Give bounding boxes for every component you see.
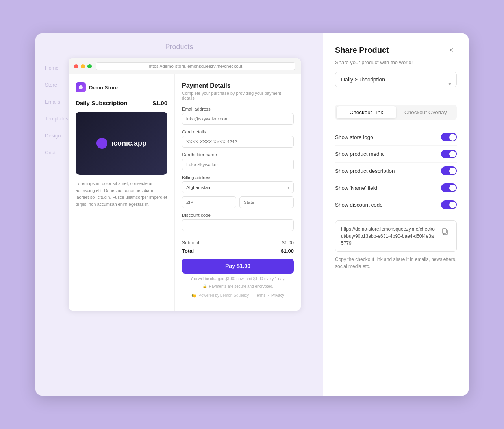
browser-dots: [74, 64, 92, 68]
browser-url: https://demo-store.lemonsqueezy.me/check…: [96, 62, 295, 70]
terms-link[interactable]: Terms: [255, 293, 265, 298]
products-title: Products: [45, 43, 313, 51]
total-label: Total: [182, 248, 194, 254]
store-header: Demo Store: [76, 82, 167, 92]
cardholder-input[interactable]: [182, 159, 294, 170]
email-label: Email address: [182, 107, 294, 111]
toggle-label-3: Show 'Name' field: [335, 185, 377, 191]
dot-yellow: [81, 64, 85, 68]
left-side: Products Home Store Emails Templates Des…: [35, 33, 323, 396]
toggle-switch-2[interactable]: [441, 166, 457, 175]
payment-subtitle: Complete your purchase by providing your…: [182, 91, 294, 100]
product-image: iconic.app: [76, 112, 167, 175]
store-icon-svg: [78, 85, 83, 90]
copy-button[interactable]: [439, 226, 451, 237]
payment-title: Payment Details: [182, 82, 294, 89]
tabs-container: Checkout Link Checkout Overlay: [335, 105, 457, 120]
share-panel: Share Product × Share your product with …: [323, 33, 469, 396]
checkout-content: Demo Store Daily Subscription $1.00 icon…: [69, 74, 301, 311]
billing-country-select[interactable]: Afghanistan: [182, 181, 294, 193]
toggle-switch-3[interactable]: [441, 183, 457, 192]
email-input[interactable]: [182, 113, 294, 125]
subtotal-row: Subtotal $1.00: [182, 237, 294, 246]
product-panel: Demo Store Daily Subscription $1.00 icon…: [69, 74, 175, 311]
product-description: Lorem ipsum dolor sit amet, consectetur …: [76, 180, 167, 208]
tab-checkout-link[interactable]: Checkout Link: [337, 106, 396, 118]
url-text: https://demo-store.lemonsqueezy.me/check…: [341, 226, 435, 247]
toggle-row-1: Show product media: [335, 146, 457, 163]
browser-bar: https://demo-store.lemonsqueezy.me/check…: [69, 58, 301, 74]
payment-panel: Payment Details Complete your purchase b…: [175, 74, 301, 311]
zip-input[interactable]: [182, 196, 236, 208]
secure-note: 🔒 Payments are secure and encrypted.: [182, 284, 294, 288]
copy-icon: [441, 228, 448, 235]
subtotal-value: $1.00: [282, 240, 294, 246]
panel-header: Share Product ×: [335, 44, 457, 55]
lemon-icon: 🍋: [191, 293, 196, 298]
sidebar-emails: Emails: [45, 99, 68, 105]
total-value: $1.00: [281, 248, 294, 254]
dot-sep-1: ·: [251, 293, 252, 298]
pay-button[interactable]: Pay $1.00: [182, 259, 294, 274]
total-row: Total $1.00: [182, 248, 294, 254]
toggle-label-1: Show product media: [335, 151, 384, 157]
product-select[interactable]: Daily Subscription: [335, 72, 457, 87]
dot-sep-2: ·: [268, 293, 269, 298]
secure-text: Payments are secure and encrypted.: [209, 284, 273, 288]
store-icon: [76, 82, 86, 92]
toggle-row-2: Show product description: [335, 163, 457, 179]
svg-point-0: [79, 85, 83, 89]
sidebar-home: Home: [45, 65, 68, 71]
product-image-text: iconic.app: [111, 139, 146, 148]
billing-row: [182, 196, 294, 208]
lock-icon: 🔒: [202, 284, 207, 288]
sidebar-design: Design: [45, 133, 68, 139]
toggle-switch-0[interactable]: [441, 133, 457, 141]
powered-text: Powered by Lemon Squeezy: [198, 293, 249, 298]
card-label: Card details: [182, 129, 294, 134]
url-box: https://demo-store.lemonsqueezy.me/check…: [335, 220, 457, 252]
tab-checkout-overlay[interactable]: Checkout Overlay: [396, 106, 456, 118]
toggle-label-4: Show discount code: [335, 202, 383, 208]
toggle-switch-1[interactable]: [441, 150, 457, 158]
sidebar-templates: Templates: [45, 116, 68, 122]
powered-by: 🍋 Powered by Lemon Squeezy · Terms · Pri…: [182, 293, 294, 298]
cardholder-label: Cardholder name: [182, 152, 294, 157]
toggle-rows-container: Show store logoShow product mediaShow pr…: [335, 129, 457, 213]
toggle-row-3: Show 'Name' field: [335, 179, 457, 196]
url-help-text: Copy the checkout link and share it in e…: [335, 256, 457, 270]
product-price: $1.00: [152, 100, 167, 106]
dot-green: [87, 64, 92, 68]
store-name: Demo Store: [89, 85, 118, 91]
toggle-switch-4[interactable]: [441, 200, 457, 209]
toggle-row-4: Show discount code: [335, 196, 457, 213]
card-input[interactable]: [182, 136, 294, 148]
discount-label: Discount code: [182, 213, 294, 218]
sidebar-labels: Home Store Emails Templates Design Cript: [45, 65, 68, 155]
panel-subtitle: Share your product with the world!: [335, 59, 457, 65]
toggle-label-2: Show product description: [335, 168, 395, 174]
billing-country-wrapper: Afghanistan: [182, 181, 294, 193]
close-button[interactable]: ×: [446, 44, 457, 55]
product-name-row: Daily Subscription $1.00: [76, 100, 167, 106]
toggle-row-0: Show store logo: [335, 129, 457, 146]
charge-note: You will be charged $1.00 now, and $1.00…: [182, 277, 294, 281]
toggle-label-0: Show store logo: [335, 134, 373, 140]
svg-rect-2: [442, 229, 446, 233]
sidebar-cript: Cript: [45, 150, 68, 155]
dot-red: [74, 64, 78, 68]
billing-label: Billing address: [182, 175, 294, 180]
main-container: Products Home Store Emails Templates Des…: [35, 33, 469, 396]
sidebar-store: Store: [45, 82, 68, 88]
panel-title: Share Product: [335, 46, 389, 55]
product-image-circle: [96, 138, 107, 149]
state-input[interactable]: [239, 196, 294, 208]
product-select-wrapper: Daily Subscription: [335, 72, 457, 96]
browser-window: https://demo-store.lemonsqueezy.me/check…: [69, 58, 301, 311]
discount-input[interactable]: [182, 219, 294, 231]
subtotal-label: Subtotal: [182, 240, 199, 246]
privacy-link[interactable]: Privacy: [271, 293, 284, 298]
product-name: Daily Subscription: [76, 100, 128, 106]
